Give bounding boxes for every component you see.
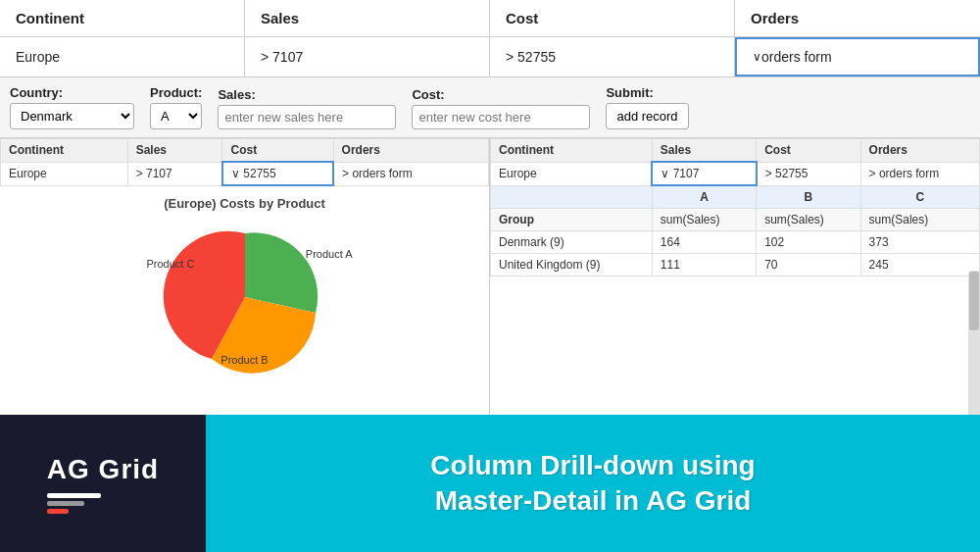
sales-input[interactable] (218, 105, 396, 129)
table-row: Europe > 7107 ∨ 52755 > orders form (1, 162, 489, 185)
label-product-a: Product A (306, 248, 353, 260)
banner-left: AG Grid (0, 415, 206, 552)
right-th-cost: Cost (757, 139, 860, 163)
scrollbar-thumb[interactable] (969, 272, 979, 330)
cell-continent: Europe (0, 37, 245, 76)
left-th-sales: Sales (127, 139, 222, 163)
right-th-continent: Continent (491, 139, 653, 163)
left-td-orders: > orders form (333, 162, 488, 185)
pie-chart-svg (157, 219, 333, 376)
product-header-empty (491, 185, 653, 209)
right-data-row: Europe ∨ 7107 > 52755 > orders form (491, 162, 980, 185)
group-header-row: Group sum(Sales) sum(Sales) sum(Sales) (491, 209, 980, 231)
left-sub-table: Continent Sales Cost Orders Europe > 710… (0, 138, 489, 186)
product-header-c: C (860, 185, 979, 209)
submit-label: Submit: (606, 85, 688, 100)
left-th-cost: Cost (222, 139, 333, 163)
left-th-continent: Continent (1, 139, 128, 163)
add-record-button[interactable]: add record (606, 103, 688, 129)
ag-grid-logo: AG Grid (47, 454, 159, 514)
header-orders: Orders (735, 0, 980, 36)
denmark-a: 164 (652, 231, 756, 254)
uk-c: 245 (860, 254, 979, 276)
country-select[interactable]: Denmark France Germany Spain United King… (10, 103, 134, 129)
header-cost: Cost (490, 0, 735, 36)
product-label: Product: (150, 85, 202, 100)
cost-label: Cost: (412, 87, 590, 102)
submit-group: Submit: add record (606, 85, 688, 129)
product-header-row: A B C (491, 185, 980, 209)
detail-table: Continent Sales Cost Orders Europe ∨ 710… (490, 138, 980, 276)
label-product-c: Product C (147, 258, 195, 270)
sales-label: Sales: (218, 87, 396, 102)
denmark-c: 373 (860, 231, 979, 254)
denmark-b: 102 (757, 231, 860, 254)
uk-label: United Kingdom (9) (491, 254, 653, 276)
header-sales: Sales (245, 0, 490, 36)
right-td-orders: > orders form (860, 162, 979, 185)
header-continent: Continent (0, 0, 245, 36)
main-data-row: Europe > 7107 > 52755 ∨ orders form (0, 37, 980, 77)
right-th-sales: Sales (652, 139, 756, 163)
group-sum-a: sum(Sales) (652, 209, 756, 231)
pie-chart: Product A Product B Product C (157, 219, 333, 376)
cell-orders[interactable]: ∨ orders form (735, 37, 980, 76)
right-td-continent: Europe (491, 162, 653, 185)
product-select[interactable]: A B C (150, 103, 202, 129)
right-th-orders: Orders (860, 139, 979, 163)
bar-2 (47, 501, 84, 506)
sales-group: Sales: (218, 87, 396, 129)
country-label: Country: (10, 85, 134, 100)
banner-title: Column Drill-down using Master-Detail in… (430, 448, 755, 520)
bar-3 (47, 509, 69, 514)
form-row: Country: Denmark France Germany Spain Un… (0, 77, 980, 138)
cell-sales: > 7107 (245, 37, 490, 76)
left-td-cost: ∨ 52755 (222, 162, 333, 185)
left-th-orders: Orders (333, 139, 488, 163)
table-row: United Kingdom (9) 111 70 245 (491, 254, 980, 276)
denmark-label: Denmark (9) (491, 231, 653, 254)
label-product-b: Product B (220, 354, 268, 366)
chart-title: (Europe) Costs by Product (164, 196, 325, 211)
group-sum-c: sum(Sales) (860, 209, 979, 231)
table-row: Denmark (9) 164 102 373 (491, 231, 980, 254)
banner-right: Column Drill-down using Master-Detail in… (206, 415, 980, 552)
group-label: Group (491, 209, 653, 231)
uk-a: 111 (652, 254, 756, 276)
right-td-sales: ∨ 7107 (652, 162, 756, 185)
left-td-sales: > 7107 (127, 162, 222, 185)
bar-1 (47, 493, 101, 498)
country-group: Country: Denmark France Germany Spain Un… (10, 85, 134, 129)
left-td-continent: Europe (1, 162, 128, 185)
cost-input[interactable] (412, 105, 590, 129)
banner: AG Grid Column Drill-down using Master-D… (0, 415, 980, 552)
group-sum-b: sum(Sales) (757, 209, 860, 231)
product-header-a: A (652, 185, 756, 209)
product-header-b: B (757, 185, 860, 209)
ag-grid-text: AG Grid (47, 454, 159, 485)
cost-group: Cost: (412, 87, 590, 129)
right-td-cost: > 52755 (757, 162, 860, 185)
product-group: Product: A B C (150, 85, 202, 129)
ag-grid-icon (47, 489, 101, 514)
main-header: Continent Sales Cost Orders (0, 0, 980, 37)
uk-b: 70 (757, 254, 860, 276)
cell-cost: > 52755 (490, 37, 735, 76)
